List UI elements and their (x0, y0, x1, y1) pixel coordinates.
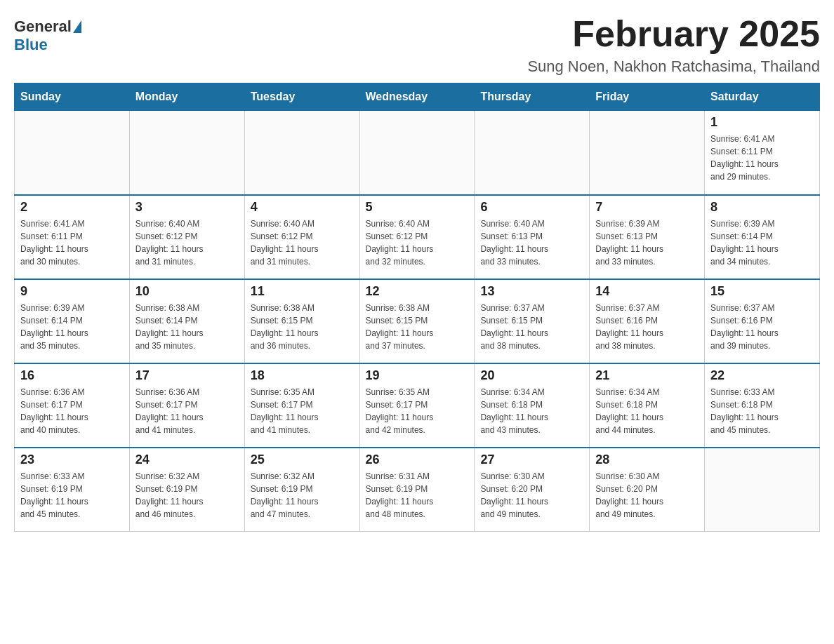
day-number: 17 (135, 368, 239, 383)
day-info: Sunrise: 6:34 AM Sunset: 6:18 PM Dayligh… (595, 386, 699, 436)
calendar-week-row: 9Sunrise: 6:39 AM Sunset: 6:14 PM Daylig… (15, 279, 820, 363)
day-info: Sunrise: 6:39 AM Sunset: 6:13 PM Dayligh… (595, 217, 699, 268)
calendar-body: 1Sunrise: 6:41 AM Sunset: 6:11 PM Daylig… (15, 111, 820, 532)
day-info: Sunrise: 6:36 AM Sunset: 6:17 PM Dayligh… (135, 386, 239, 436)
day-number: 28 (595, 452, 699, 467)
calendar-cell: 24Sunrise: 6:32 AM Sunset: 6:19 PM Dayli… (129, 448, 244, 532)
day-number: 19 (366, 368, 469, 383)
day-info: Sunrise: 6:30 AM Sunset: 6:20 PM Dayligh… (595, 470, 699, 521)
day-info: Sunrise: 6:41 AM Sunset: 6:11 PM Dayligh… (710, 133, 814, 183)
calendar-cell: 4Sunrise: 6:40 AM Sunset: 6:12 PM Daylig… (244, 195, 359, 279)
day-number: 8 (710, 200, 814, 215)
calendar-week-row: 16Sunrise: 6:36 AM Sunset: 6:17 PM Dayli… (15, 363, 820, 448)
day-number: 13 (480, 284, 583, 299)
day-info: Sunrise: 6:32 AM Sunset: 6:19 PM Dayligh… (135, 470, 239, 521)
day-number: 9 (20, 284, 124, 299)
day-number: 12 (366, 284, 469, 299)
calendar-cell: 20Sunrise: 6:34 AM Sunset: 6:18 PM Dayli… (475, 363, 590, 448)
calendar-cell: 21Sunrise: 6:34 AM Sunset: 6:18 PM Dayli… (590, 363, 705, 448)
day-info: Sunrise: 6:36 AM Sunset: 6:17 PM Dayligh… (20, 386, 124, 436)
day-info: Sunrise: 6:41 AM Sunset: 6:11 PM Dayligh… (20, 217, 124, 268)
day-number: 10 (135, 284, 239, 299)
day-number: 6 (480, 200, 583, 215)
day-number: 2 (20, 200, 124, 215)
day-info: Sunrise: 6:32 AM Sunset: 6:19 PM Dayligh… (251, 470, 354, 521)
calendar-table: SundayMondayTuesdayWednesdayThursdayFrid… (14, 83, 820, 532)
calendar-cell: 10Sunrise: 6:38 AM Sunset: 6:14 PM Dayli… (129, 279, 244, 363)
day-info: Sunrise: 6:40 AM Sunset: 6:13 PM Dayligh… (480, 217, 583, 268)
day-number: 11 (251, 284, 354, 299)
day-number: 26 (366, 452, 469, 467)
calendar-cell (705, 448, 820, 532)
day-info: Sunrise: 6:39 AM Sunset: 6:14 PM Dayligh… (710, 217, 814, 268)
day-info: Sunrise: 6:37 AM Sunset: 6:16 PM Dayligh… (595, 302, 699, 352)
day-number: 1 (710, 115, 814, 130)
day-number: 18 (251, 368, 354, 383)
day-info: Sunrise: 6:40 AM Sunset: 6:12 PM Dayligh… (135, 217, 239, 268)
day-number: 5 (366, 200, 469, 215)
calendar-cell: 28Sunrise: 6:30 AM Sunset: 6:20 PM Dayli… (590, 448, 705, 532)
logo-triangle-icon (73, 20, 81, 33)
calendar-cell (475, 111, 590, 195)
day-info: Sunrise: 6:35 AM Sunset: 6:17 PM Dayligh… (251, 386, 354, 436)
day-number: 4 (251, 200, 354, 215)
calendar-cell: 17Sunrise: 6:36 AM Sunset: 6:17 PM Dayli… (129, 363, 244, 448)
calendar-header: SundayMondayTuesdayWednesdayThursdayFrid… (15, 83, 820, 111)
calendar-cell: 19Sunrise: 6:35 AM Sunset: 6:17 PM Dayli… (359, 363, 475, 448)
day-number: 21 (595, 368, 699, 383)
weekday-header-thursday: Thursday (475, 83, 590, 111)
calendar-cell (244, 111, 359, 195)
weekday-header-sunday: Sunday (15, 83, 130, 111)
day-info: Sunrise: 6:39 AM Sunset: 6:14 PM Dayligh… (20, 302, 124, 352)
weekday-header-saturday: Saturday (705, 83, 820, 111)
calendar-cell: 5Sunrise: 6:40 AM Sunset: 6:12 PM Daylig… (359, 195, 475, 279)
page-header: General Blue February 2025 Sung Noen, Na… (14, 14, 820, 76)
calendar-cell: 15Sunrise: 6:37 AM Sunset: 6:16 PM Dayli… (705, 279, 820, 363)
day-number: 14 (595, 284, 699, 299)
weekday-header-monday: Monday (129, 83, 244, 111)
day-info: Sunrise: 6:40 AM Sunset: 6:12 PM Dayligh… (251, 217, 354, 268)
calendar-subtitle: Sung Noen, Nakhon Ratchasima, Thailand (527, 58, 820, 76)
calendar-week-row: 2Sunrise: 6:41 AM Sunset: 6:11 PM Daylig… (15, 195, 820, 279)
weekday-header-tuesday: Tuesday (244, 83, 359, 111)
day-info: Sunrise: 6:38 AM Sunset: 6:15 PM Dayligh… (366, 302, 469, 352)
day-number: 23 (20, 452, 124, 467)
calendar-cell: 2Sunrise: 6:41 AM Sunset: 6:11 PM Daylig… (15, 195, 130, 279)
logo-general-text: General (14, 18, 81, 36)
calendar-cell (129, 111, 244, 195)
calendar-title: February 2025 (527, 14, 820, 54)
calendar-cell: 12Sunrise: 6:38 AM Sunset: 6:15 PM Dayli… (359, 279, 475, 363)
calendar-cell: 22Sunrise: 6:33 AM Sunset: 6:18 PM Dayli… (705, 363, 820, 448)
calendar-cell: 11Sunrise: 6:38 AM Sunset: 6:15 PM Dayli… (244, 279, 359, 363)
weekday-header-row: SundayMondayTuesdayWednesdayThursdayFrid… (15, 83, 820, 111)
logo-blue-text: Blue (14, 36, 48, 54)
day-number: 20 (480, 368, 583, 383)
calendar-cell (359, 111, 475, 195)
day-number: 25 (251, 452, 354, 467)
day-info: Sunrise: 6:34 AM Sunset: 6:18 PM Dayligh… (480, 386, 583, 436)
day-number: 15 (710, 284, 814, 299)
calendar-cell: 25Sunrise: 6:32 AM Sunset: 6:19 PM Dayli… (244, 448, 359, 532)
day-info: Sunrise: 6:40 AM Sunset: 6:12 PM Dayligh… (366, 217, 469, 268)
calendar-cell: 9Sunrise: 6:39 AM Sunset: 6:14 PM Daylig… (15, 279, 130, 363)
day-number: 27 (480, 452, 583, 467)
day-info: Sunrise: 6:30 AM Sunset: 6:20 PM Dayligh… (480, 470, 583, 521)
calendar-week-row: 23Sunrise: 6:33 AM Sunset: 6:19 PM Dayli… (15, 448, 820, 532)
day-info: Sunrise: 6:35 AM Sunset: 6:17 PM Dayligh… (366, 386, 469, 436)
calendar-cell: 3Sunrise: 6:40 AM Sunset: 6:12 PM Daylig… (129, 195, 244, 279)
calendar-week-row: 1Sunrise: 6:41 AM Sunset: 6:11 PM Daylig… (15, 111, 820, 195)
calendar-cell: 6Sunrise: 6:40 AM Sunset: 6:13 PM Daylig… (475, 195, 590, 279)
calendar-cell: 27Sunrise: 6:30 AM Sunset: 6:20 PM Dayli… (475, 448, 590, 532)
calendar-cell: 8Sunrise: 6:39 AM Sunset: 6:14 PM Daylig… (705, 195, 820, 279)
day-info: Sunrise: 6:37 AM Sunset: 6:15 PM Dayligh… (480, 302, 583, 352)
calendar-cell (15, 111, 130, 195)
calendar-cell: 13Sunrise: 6:37 AM Sunset: 6:15 PM Dayli… (475, 279, 590, 363)
day-info: Sunrise: 6:37 AM Sunset: 6:16 PM Dayligh… (710, 302, 814, 352)
day-number: 7 (595, 200, 699, 215)
calendar-cell: 23Sunrise: 6:33 AM Sunset: 6:19 PM Dayli… (15, 448, 130, 532)
day-number: 16 (20, 368, 124, 383)
day-number: 3 (135, 200, 239, 215)
day-info: Sunrise: 6:38 AM Sunset: 6:14 PM Dayligh… (135, 302, 239, 352)
calendar-cell: 1Sunrise: 6:41 AM Sunset: 6:11 PM Daylig… (705, 111, 820, 195)
day-number: 24 (135, 452, 239, 467)
